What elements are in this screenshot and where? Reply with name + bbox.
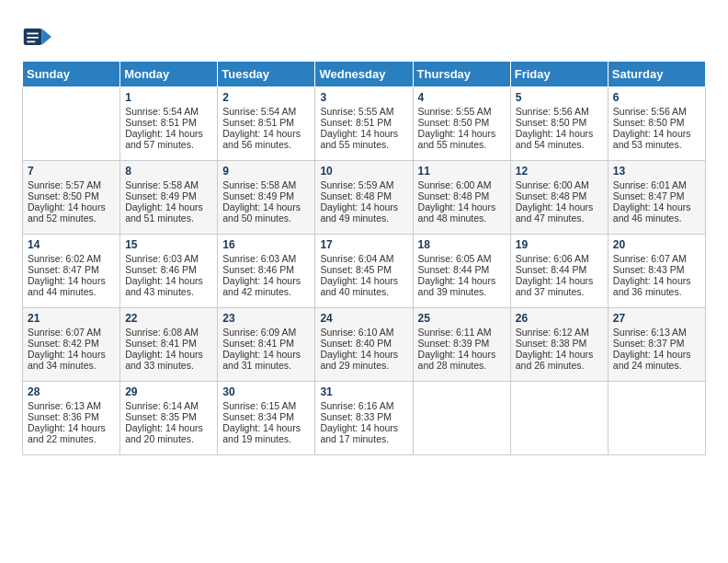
cell-content-line: Sunset: 8:43 PM [613,264,700,275]
cell-content-line: Sunset: 8:44 PM [418,264,506,275]
calendar-cell: 10Sunrise: 5:59 AMSunset: 8:48 PMDayligh… [315,161,413,235]
header-sunday: Sunday [23,62,120,87]
cell-content-line: Sunrise: 5:58 AM [222,179,310,190]
cell-content-line: Sunrise: 6:06 AM [516,253,603,264]
day-number: 16 [222,238,310,251]
cell-content-line: Sunrise: 6:00 AM [516,179,603,190]
cell-content-line: Sunset: 8:34 PM [222,411,310,422]
svg-rect-4 [27,40,35,42]
calendar-cell: 28Sunrise: 6:13 AMSunset: 8:36 PMDayligh… [23,382,120,455]
cell-content-line: Daylight: 14 hours [320,422,407,433]
cell-content-line: Daylight: 14 hours [125,349,212,360]
cell-content-line: Sunrise: 6:09 AM [222,327,310,338]
day-number: 11 [418,165,506,178]
cell-content-line: Sunset: 8:50 PM [613,117,700,128]
cell-content-line: Daylight: 14 hours [320,275,407,286]
cell-content-line: Sunrise: 6:15 AM [222,400,310,411]
calendar-cell: 27Sunrise: 6:13 AMSunset: 8:37 PMDayligh… [608,308,705,382]
day-number: 30 [222,385,310,398]
cell-content-line: Sunset: 8:44 PM [516,264,603,275]
calendar-cell: 6Sunrise: 5:56 AMSunset: 8:50 PMDaylight… [608,87,705,161]
cell-content-line: Daylight: 14 hours [28,422,115,433]
calendar-cell: 5Sunrise: 5:56 AMSunset: 8:50 PMDaylight… [510,87,608,161]
cell-content-line: Daylight: 14 hours [418,128,506,139]
calendar-cell: 23Sunrise: 6:09 AMSunset: 8:41 PMDayligh… [218,308,315,382]
cell-content-line: Sunrise: 6:02 AM [28,253,115,264]
day-number: 5 [516,91,603,104]
svg-marker-1 [41,29,51,45]
day-number: 1 [125,91,212,104]
cell-content-line: and 49 minutes. [320,213,407,224]
cell-content-line: Daylight: 14 hours [516,275,603,286]
cell-content-line: Sunset: 8:50 PM [516,117,603,128]
cell-content-line: and 36 minutes. [613,286,700,297]
day-number: 24 [320,312,407,325]
day-number: 10 [320,165,407,178]
cell-content-line: Sunset: 8:46 PM [222,264,310,275]
cell-content-line: and 34 minutes. [28,360,115,371]
calendar-cell [23,87,120,161]
cell-content-line: Daylight: 14 hours [125,128,212,139]
day-number: 14 [28,238,115,251]
cell-content-line: Daylight: 14 hours [222,128,310,139]
cell-content-line: Daylight: 14 hours [613,275,700,286]
cell-content-line: Sunset: 8:42 PM [28,338,115,349]
cell-content-line: Sunset: 8:41 PM [125,338,212,349]
cell-content-line: Sunrise: 6:12 AM [516,327,603,338]
day-number: 26 [516,312,603,325]
cell-content-line: Sunrise: 5:55 AM [418,106,506,117]
calendar-cell: 19Sunrise: 6:06 AMSunset: 8:44 PMDayligh… [510,235,608,308]
cell-content-line: Sunrise: 5:56 AM [516,106,603,117]
cell-content-line: Sunset: 8:47 PM [613,190,700,201]
calendar-cell: 26Sunrise: 6:12 AMSunset: 8:38 PMDayligh… [510,308,608,382]
cell-content-line: Sunset: 8:37 PM [613,338,700,349]
day-number: 3 [320,91,407,104]
cell-content-line: Daylight: 14 hours [222,422,310,433]
cell-content-line: Sunset: 8:45 PM [320,264,407,275]
calendar-cell: 12Sunrise: 6:00 AMSunset: 8:48 PMDayligh… [510,161,608,235]
cell-content-line: and 37 minutes. [516,286,603,297]
header-friday: Friday [510,62,608,87]
day-number: 31 [320,385,407,398]
calendar-cell: 3Sunrise: 5:55 AMSunset: 8:51 PMDaylight… [315,87,413,161]
day-number: 4 [418,91,506,104]
week-row-4: 28Sunrise: 6:13 AMSunset: 8:36 PMDayligh… [23,382,706,455]
day-number: 9 [222,165,310,178]
cell-content-line: Sunset: 8:36 PM [28,411,115,422]
header-thursday: Thursday [413,62,510,87]
cell-content-line: Sunset: 8:48 PM [320,190,407,201]
cell-content-line: Sunrise: 6:03 AM [222,253,310,264]
calendar-header-row: SundayMondayTuesdayWednesdayThursdayFrid… [23,62,706,87]
day-number: 20 [613,238,700,251]
cell-content-line: Sunrise: 6:07 AM [28,327,115,338]
day-number: 25 [418,312,506,325]
cell-content-line: Sunrise: 6:10 AM [320,327,407,338]
cell-content-line: Sunrise: 6:13 AM [613,327,700,338]
cell-content-line: Daylight: 14 hours [613,349,700,360]
cell-content-line: and 52 minutes. [28,213,115,224]
cell-content-line: and 50 minutes. [222,213,310,224]
day-number: 29 [125,385,212,398]
cell-content-line: Daylight: 14 hours [516,201,603,213]
cell-content-line: Sunset: 8:47 PM [28,264,115,275]
cell-content-line: Sunset: 8:48 PM [418,190,506,201]
cell-content-line: and 31 minutes. [222,360,310,371]
cell-content-line: Daylight: 14 hours [28,275,115,286]
cell-content-line: Daylight: 14 hours [28,349,115,360]
cell-content-line: Daylight: 14 hours [125,422,212,433]
cell-content-line: Daylight: 14 hours [613,201,700,213]
calendar-cell: 9Sunrise: 5:58 AMSunset: 8:49 PMDaylight… [218,161,315,235]
cell-content-line: and 28 minutes. [418,360,506,371]
cell-content-line: Daylight: 14 hours [125,201,212,213]
cell-content-line: Sunset: 8:41 PM [222,338,310,349]
cell-content-line: Sunrise: 6:01 AM [613,179,700,190]
cell-content-line: and 17 minutes. [320,433,407,444]
calendar-cell: 22Sunrise: 6:08 AMSunset: 8:41 PMDayligh… [120,308,218,382]
day-number: 8 [125,165,212,178]
day-number: 13 [613,165,700,178]
logo [22,22,57,52]
day-number: 23 [222,312,310,325]
cell-content-line: Sunset: 8:51 PM [222,117,310,128]
cell-content-line: and 47 minutes. [516,213,603,224]
header-tuesday: Tuesday [218,62,315,87]
